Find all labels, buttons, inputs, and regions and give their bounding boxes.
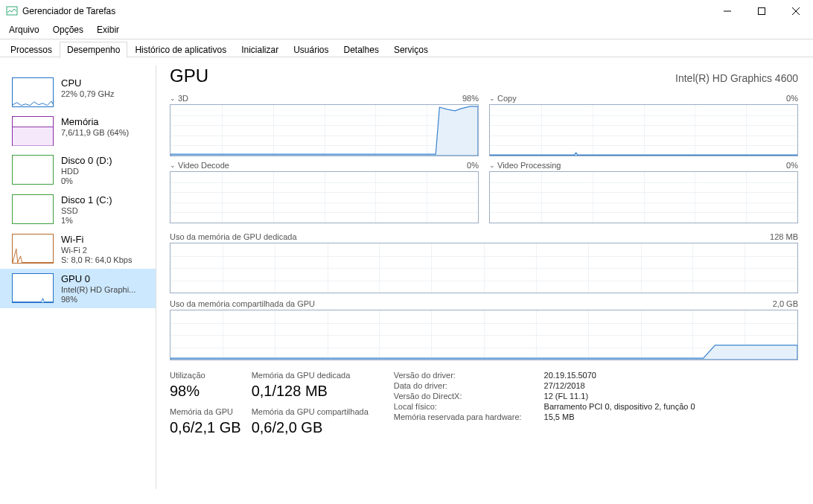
graph-copy[interactable]: ⌄Copy 0% [489,94,798,156]
chevron-down-icon[interactable]: ⌄ [170,95,176,102]
gpu-name: Intel(R) HD Graphics 4600 [675,72,798,84]
tab-processos[interactable]: Processos [3,42,60,58]
sidebar-item-cpu[interactable]: CPU 22% 0,79 GHz [0,73,156,112]
stats-area: Utilização 98% Memória da GPU 0,6/2,1 GB… [170,371,798,436]
minimize-button[interactable] [710,0,745,22]
sidebar-item-label: Disco 0 (D:) [61,155,112,166]
sidebar-item-sub2: S: 8,0 R: 64,0 Kbps [61,255,132,264]
tabstrip: Processos Desempenho Histórico de aplica… [0,41,813,57]
sidebar-item-label: GPU 0 [61,273,136,284]
sidebar-item-sub2: 0% [61,176,112,185]
util-label: Utilização [170,371,241,380]
sidebar-item-label: Memória [61,116,129,127]
gpu0-thumb [12,273,54,303]
svg-rect-2 [759,8,765,15]
sharedmem-value: 0,6/2,0 GB [252,419,369,436]
graph-video-processing[interactable]: ⌄Video Processing 0% [489,161,798,223]
page-title: GPU [170,66,208,86]
chevron-down-icon[interactable]: ⌄ [489,162,495,169]
tab-servicos[interactable]: Serviços [386,42,436,58]
dedmem-label: Memória da GPU dedicada [252,371,369,380]
sidebar-item-label: Wi-Fi [61,234,132,245]
main-panel: GPU Intel(R) HD Graphics 4600 ⌄3D 98% [156,58,813,504]
dedmem-value: 0,1/128 MB [252,383,369,400]
sidebar-item-gpu0[interactable]: GPU 0 Intel(R) HD Graphi... 98% [0,269,156,308]
sidebar-item-sub: Intel(R) HD Graphi... [61,285,136,294]
menu-arquivo[interactable]: Arquivo [3,23,45,36]
sidebar-item-memoria[interactable]: Memória 7,6/11,9 GB (64%) [0,112,156,150]
chevron-down-icon[interactable]: ⌄ [170,162,176,169]
gpumem-value: 0,6/2,1 GB [170,419,241,436]
wifi-thumb [12,234,54,264]
tab-inicializar[interactable]: Inicializar [234,42,286,58]
cpu-thumb [12,77,54,107]
maximize-button[interactable] [745,0,779,22]
sidebar-item-sub2: 1% [61,216,112,225]
graph-video-decode[interactable]: ⌄Video Decode 0% [170,161,479,223]
titlebar: Gerenciador de Tarefas [0,0,813,22]
gpumem-label: Memória da GPU [170,407,241,416]
graph-shared-memory[interactable]: Uso da memória compartilhada da GPU 2,0 … [170,299,798,360]
menubar: Arquivo Opções Exibir [0,22,813,37]
sidebar-item-label: CPU [61,77,115,89]
sidebar-item-sub: Wi-Fi 2 [61,246,132,255]
util-value: 98% [170,383,241,400]
menu-exibir[interactable]: Exibir [91,23,125,36]
close-button[interactable] [779,0,813,22]
sidebar-item-sub: 22% 0,79 GHz [61,89,115,98]
details-table: Versão do driver:20.19.15.5070 Data do d… [394,371,695,436]
sidebar-item-sub: SSD [61,206,112,215]
sidebar-item-sub2: 98% [61,295,136,304]
tab-usuarios[interactable]: Usuários [286,42,336,58]
sidebar-item-sub: 7,6/11,9 GB (64%) [61,128,129,137]
window-title: Gerenciador de Tarefas [22,6,115,16]
disco1-thumb [12,194,54,224]
svg-rect-5 [13,127,53,145]
sidebar-item-disco1[interactable]: Disco 1 (C:) SSD 1% [0,190,156,229]
graph-dedicated-memory[interactable]: Uso da memória de GPU dedicada 128 MB [170,232,798,293]
tab-detalhes[interactable]: Detalhes [337,42,386,58]
sidebar-item-label: Disco 1 (C:) [61,194,112,205]
disco0-thumb [12,155,54,185]
chevron-down-icon[interactable]: ⌄ [489,95,495,102]
app-icon [6,5,18,17]
graph-3d[interactable]: ⌄3D 98% [170,94,479,156]
sidebar: CPU 22% 0,79 GHz Memória 7,6/11,9 GB (64… [0,66,156,489]
sidebar-item-wifi[interactable]: Wi-Fi Wi-Fi 2 S: 8,0 R: 64,0 Kbps [0,229,156,269]
sharedmem-label: Memória da GPU compartilhada [252,407,369,416]
sidebar-item-sub: HDD [61,167,112,176]
tab-historico[interactable]: Histórico de aplicativos [127,42,234,58]
menu-opcoes[interactable]: Opções [47,23,89,36]
sidebar-item-disco0[interactable]: Disco 0 (D:) HDD 0% [0,150,156,190]
tab-desempenho[interactable]: Desempenho [60,42,127,58]
memoria-thumb [12,116,54,146]
